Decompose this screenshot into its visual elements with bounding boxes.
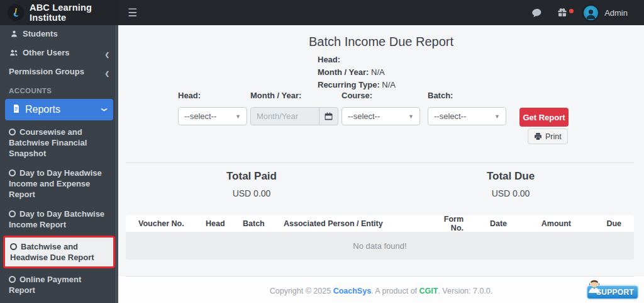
- month-filter-group: Month / Year:: [250, 91, 338, 125]
- chat-icon[interactable]: [531, 8, 542, 18]
- gift-icon[interactable]: [557, 8, 567, 18]
- meta-label: Recurring Type:: [318, 80, 380, 89]
- sidebar-section-accounts: ACCOUNTS: [0, 81, 118, 97]
- column-header: Head: [206, 219, 243, 228]
- total-paid-block: Total Paid USD 0.00: [189, 170, 314, 198]
- sidebar-item-day-batchwise-income[interactable]: Day to Day Batchwise Income Report: [0, 204, 118, 234]
- filter-bar: Head: --select-- ▼ Month / Year: Course:…: [118, 91, 644, 147]
- admin-menu[interactable]: Admin: [582, 4, 628, 21]
- circle-icon: [9, 169, 16, 176]
- sidebar-item-label: Online Payment Report: [9, 275, 81, 295]
- footer-copyright: Copyright © 2025 CoachSys. A product of …: [118, 287, 644, 295]
- chevron-down-icon: ❯: [101, 107, 108, 112]
- month-filter-label: Month / Year:: [250, 91, 338, 100]
- chevron-left-icon: ❮: [104, 50, 109, 60]
- column-header: Form No.: [435, 215, 464, 232]
- brand[interactable]: ABC Learning Institute: [0, 0, 118, 25]
- sidebar-item-label: Permission Groups: [9, 67, 84, 76]
- sidebar-item-other-users[interactable]: ❮ Other Users: [0, 44, 118, 63]
- notification-dot: [569, 9, 574, 13]
- brand-logo-icon: [8, 4, 24, 21]
- column-header: Batch: [243, 219, 284, 228]
- users-icon: [9, 49, 19, 59]
- circle-icon: [10, 243, 17, 250]
- print-button-label: Print: [545, 132, 562, 141]
- sidebar-item-label: Coursewise and Batchwise Financial Snaps…: [9, 127, 87, 158]
- column-header: Associated Person / Entity: [284, 219, 435, 228]
- sidebar-item-online-payment-report[interactable]: Online Payment Report: [0, 270, 118, 300]
- sidebar-item-day-headwise-income-expense[interactable]: Day to Day Headwise Income and Expense R…: [0, 163, 118, 204]
- caret-down-icon: ▼: [235, 113, 241, 120]
- total-due-value: USD 0.00: [448, 188, 574, 198]
- batch-select-value: --select--: [434, 111, 466, 121]
- hamburger-menu-icon[interactable]: ☰: [128, 6, 137, 20]
- column-header: Amount: [507, 219, 571, 228]
- footer-text: . A product of: [371, 287, 419, 295]
- print-button[interactable]: Print: [528, 129, 568, 144]
- month-year-field: [250, 107, 338, 125]
- top-header-bar: ABC Learning Institute ☰ Admin: [0, 0, 644, 25]
- sidebar-item-students[interactable]: Students: [0, 25, 118, 44]
- sidebar-item-label: Other Users: [23, 48, 69, 57]
- support-button[interactable]: SUPPORT: [586, 285, 639, 300]
- batch-filter-group: Batch: --select-- ▼: [428, 91, 506, 125]
- sidebar-item-permission-groups[interactable]: ❮ Permission Groups: [0, 63, 118, 81]
- head-select-value: --select--: [184, 111, 216, 121]
- circle-icon: [9, 210, 16, 217]
- page-title: Batch Income Due Report: [118, 35, 644, 49]
- brand-title: ABC Learning Institute: [30, 3, 118, 23]
- sidebar-item-label: Students: [23, 29, 58, 38]
- support-agent-icon: [586, 278, 602, 298]
- meta-label: Head:: [318, 55, 340, 64]
- divider: [126, 163, 634, 163]
- footer-text: . Version: 7.0.0.: [438, 287, 492, 295]
- sidebar-item-label: Day to Day Headwise Income and Expense R…: [9, 168, 102, 199]
- batch-filter-label: Batch:: [428, 91, 506, 100]
- caret-down-icon: ▼: [408, 113, 414, 120]
- course-filter-group: Course: --select-- ▼: [341, 91, 420, 125]
- report-meta: Head: Month / Year: N/A Recurring Type: …: [318, 55, 396, 93]
- main-content: Batch Income Due Report Head: Month / Ye…: [118, 25, 644, 303]
- batch-select[interactable]: --select-- ▼: [428, 107, 506, 125]
- column-header: Voucher No.: [126, 219, 206, 228]
- column-header: Due: [571, 219, 634, 228]
- admin-label: Admin: [604, 8, 628, 18]
- total-paid-value: USD 0.00: [189, 188, 314, 198]
- sidebar-item-coursewise-batchwise-snapshot[interactable]: Coursewise and Batchwise Financial Snaps…: [0, 122, 118, 163]
- sidebar-item-label: Batchwise and Headwise Due Report: [10, 242, 94, 262]
- coachsys-link[interactable]: CoachSys: [333, 287, 371, 295]
- get-report-button[interactable]: Get Report: [519, 108, 569, 127]
- empty-table-row: No data found!: [126, 232, 634, 260]
- circle-icon: [9, 129, 16, 135]
- sidebar: Students ❮ Other Users ❮ Permission Grou…: [0, 25, 118, 303]
- sidebar-item-heads[interactable]: ❮ Heads: [0, 300, 118, 303]
- course-select[interactable]: --select-- ▼: [341, 107, 420, 125]
- head-select[interactable]: --select-- ▼: [178, 107, 247, 125]
- column-header: Date: [464, 219, 507, 228]
- sidebar-item-batchwise-headwise-due-report-highlighted[interactable]: Batchwise and Headwise Due Report: [3, 236, 115, 268]
- meta-label: Month / Year:: [318, 67, 369, 77]
- footer-text: Copyright © 2025: [270, 287, 333, 295]
- sidebar-item-label: Reports: [25, 104, 60, 115]
- head-filter-label: Head:: [178, 91, 247, 100]
- sidebar-item-label: Day to Day Batchwise Income Report: [9, 209, 104, 229]
- meta-head: Head:: [318, 55, 396, 64]
- course-select-value: --select--: [348, 111, 380, 121]
- month-year-input[interactable]: [251, 108, 319, 125]
- student-icon: [9, 30, 19, 40]
- meta-month-year: Month / Year: N/A: [318, 67, 396, 77]
- chevron-left-icon: ❮: [104, 69, 109, 79]
- admin-avatar: [582, 4, 599, 21]
- circle-icon: [9, 276, 16, 283]
- table-header-row: Voucher No. Head Batch Associated Person…: [126, 215, 634, 232]
- total-due-label: Total Due: [448, 170, 574, 183]
- report-table: Voucher No. Head Batch Associated Person…: [126, 215, 634, 260]
- head-filter-group: Head: --select-- ▼: [178, 91, 247, 125]
- caret-down-icon: ▼: [494, 113, 500, 120]
- meta-value: N/A: [382, 80, 396, 89]
- calendar-icon[interactable]: [319, 108, 338, 125]
- sidebar-item-reports[interactable]: Reports ❯: [5, 99, 113, 120]
- cgit-link[interactable]: CGIT: [419, 287, 438, 295]
- report-file-icon: [11, 104, 21, 115]
- meta-recurring-type: Recurring Type: N/A: [318, 80, 396, 89]
